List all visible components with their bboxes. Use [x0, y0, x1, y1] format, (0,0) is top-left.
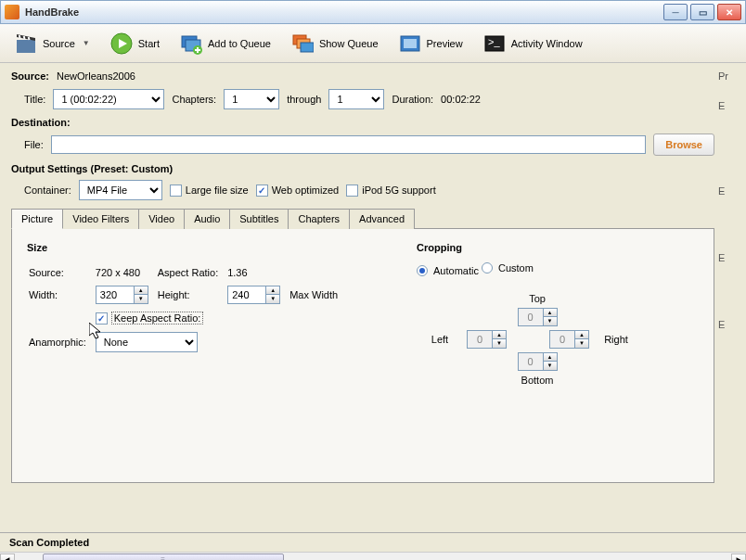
tab-video-filters[interactable]: Video Filters [62, 209, 139, 229]
anamorphic-select[interactable]: None [96, 332, 198, 352]
clapperboard-icon [15, 32, 37, 55]
title-select[interactable]: 1 (00:02:22) [53, 89, 164, 109]
source-value: NewOrleans2006 [57, 70, 135, 82]
width-spinner[interactable]: ▲▼ [96, 286, 148, 304]
start-button[interactable]: Start [105, 29, 165, 58]
horizontal-scrollbar[interactable]: ◄ ≡ ► [0, 552, 746, 560]
source-dim-label: Source: [29, 264, 94, 281]
dropdown-arrow-icon: ▼ [83, 39, 90, 47]
anamorphic-label: Anamorphic: [29, 329, 94, 355]
maximize-button[interactable]: ▭ [690, 4, 714, 20]
ipod-label: iPod 5G support [362, 185, 436, 196]
tab-advanced[interactable]: Advanced [349, 209, 415, 229]
status-text: Scan Completed [0, 533, 746, 552]
container-label: Container: [24, 185, 71, 196]
destination-heading: Destination: [11, 117, 714, 128]
ipod-checkbox[interactable]: iPod 5G support [346, 185, 436, 197]
keep-aspect-checkbox[interactable]: ✓ Keep Aspect Ratio: [96, 312, 204, 325]
height-input[interactable] [227, 286, 266, 304]
chapters-label: Chapters: [172, 94, 216, 105]
crop-right-spinner[interactable]: ▲▼ [549, 330, 589, 349]
terminal-icon: >_ [483, 32, 506, 55]
close-button[interactable]: ✕ [717, 4, 741, 20]
max-width-label: Max Width [289, 283, 345, 307]
play-icon [110, 32, 133, 55]
show-queue-label: Show Queue [319, 38, 379, 49]
add-to-queue-button[interactable]: Add to Queue [174, 29, 277, 58]
width-label: Width: [29, 283, 94, 307]
chapter-to-select[interactable]: 1 [328, 89, 384, 109]
add-queue-label: Add to Queue [208, 38, 271, 49]
output-settings-heading: Output Settings (Preset: Custom) [11, 163, 714, 174]
preview-label: Preview [427, 38, 463, 49]
crop-right-label: Right [604, 334, 628, 345]
main-toolbar: Source ▼ Start Add to Queue Show Queue P… [0, 24, 746, 63]
crop-bottom-spinner[interactable]: ▲▼ [518, 352, 558, 371]
tab-subtitles[interactable]: Subtitles [229, 209, 289, 229]
file-input[interactable] [51, 135, 646, 154]
aspect-value: 1.36 [227, 264, 288, 281]
add-queue-icon [180, 32, 202, 55]
spin-up-icon[interactable]: ▲ [266, 286, 279, 295]
aspect-label: Aspect Ratio: [158, 264, 225, 281]
cropping-heading: Cropping [417, 242, 639, 253]
spin-down-icon[interactable]: ▼ [135, 295, 148, 303]
activity-label: Activity Window [511, 38, 583, 49]
crop-top-label: Top [529, 293, 546, 304]
crop-top-spinner[interactable]: ▲▼ [518, 308, 558, 326]
start-button-label: Start [138, 38, 160, 49]
svg-rect-0 [17, 40, 35, 53]
status-bar: Scan Completed ◄ ≡ ► [0, 532, 746, 560]
crop-custom-radio[interactable]: Custom [482, 262, 534, 274]
large-file-label: Large file size [186, 185, 249, 196]
height-spinner[interactable]: ▲▼ [227, 286, 280, 304]
scroll-left-arrow[interactable]: ◄ [0, 554, 15, 561]
tab-video[interactable]: Video [138, 209, 185, 229]
preview-icon [399, 32, 421, 55]
activity-window-button[interactable]: >_ Activity Window [478, 29, 588, 58]
minimize-button[interactable]: ─ [663, 4, 688, 20]
duration-value: 00:02:22 [441, 94, 481, 105]
svg-rect-14 [404, 39, 417, 48]
crop-auto-label: Automatic [433, 265, 479, 276]
large-file-checkbox[interactable]: Large file size [170, 185, 249, 197]
title-label: Title: [24, 94, 45, 105]
spin-up-icon[interactable]: ▲ [135, 286, 148, 295]
duration-label: Duration: [392, 94, 433, 105]
spin-down-icon[interactable]: ▼ [266, 295, 279, 303]
size-heading: Size [27, 242, 361, 253]
scroll-thumb[interactable]: ≡ [43, 554, 284, 561]
height-label: Height: [158, 283, 225, 307]
window-title: HandBrake [25, 6, 663, 18]
source-button[interactable]: Source ▼ [9, 29, 96, 58]
tab-audio[interactable]: Audio [184, 209, 230, 229]
svg-rect-12 [301, 43, 314, 52]
keep-aspect-label: Keep Aspect Ratio: [111, 312, 204, 325]
tab-panel-picture: Size Source: 720 x 480 Aspect Ratio: 1.3… [11, 228, 714, 483]
settings-tabs: Picture Video Filters Video Audio Subtit… [11, 208, 714, 228]
browse-button[interactable]: Browse [653, 134, 714, 156]
web-opt-label: Web optimized [272, 185, 340, 196]
tab-picture[interactable]: Picture [11, 209, 63, 229]
scroll-right-arrow[interactable]: ► [731, 554, 746, 561]
width-input[interactable] [96, 286, 135, 304]
through-label: through [287, 94, 321, 105]
presets-sidebar-collapsed[interactable]: Pr E E E E [714, 70, 735, 483]
chapter-from-select[interactable]: 1 [224, 89, 279, 109]
preview-button[interactable]: Preview [393, 29, 469, 58]
web-optimized-checkbox[interactable]: ✓Web optimized [256, 185, 340, 197]
source-dim-value: 720 x 480 [96, 264, 156, 281]
crop-automatic-radio[interactable]: Automatic [417, 265, 479, 276]
crop-bottom-label: Bottom [521, 375, 554, 386]
crop-left-label: Left [431, 334, 448, 345]
source-label: Source: [11, 70, 49, 82]
file-label: File: [24, 139, 44, 150]
tab-chapters[interactable]: Chapters [288, 209, 350, 229]
source-button-label: Source [43, 38, 75, 49]
show-queue-button[interactable]: Show Queue [286, 29, 384, 58]
window-titlebar: HandBrake ─ ▭ ✕ [0, 0, 746, 24]
crop-left-spinner[interactable]: ▲▼ [467, 330, 507, 349]
show-queue-icon [291, 32, 314, 55]
crop-custom-label: Custom [498, 262, 534, 274]
container-select[interactable]: MP4 File [79, 180, 162, 200]
